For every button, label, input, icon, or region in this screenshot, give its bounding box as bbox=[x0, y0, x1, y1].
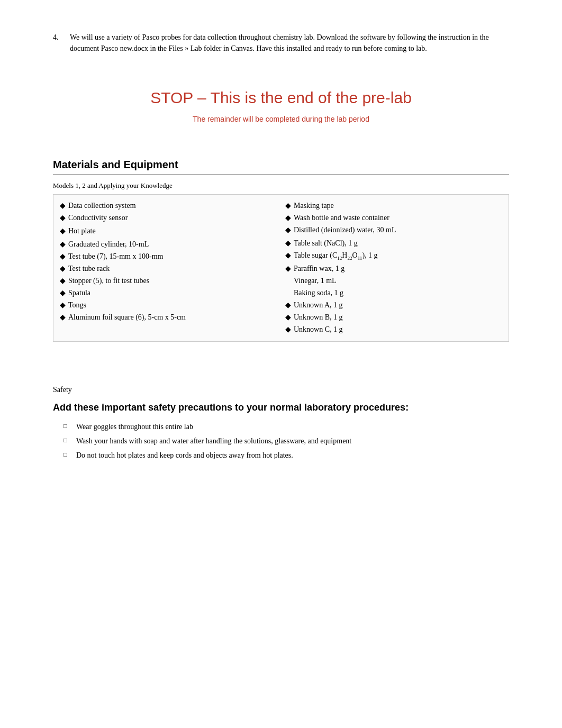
item-4-container: 4. We will use a variety of Pasco probes… bbox=[53, 32, 509, 54]
item-text: Tongs bbox=[68, 299, 86, 311]
list-item: ◆ Aluminum foil square (6), 5-cm x 5-cm bbox=[60, 312, 277, 323]
item-4-text: We will use a variety of Pasco probes fo… bbox=[70, 32, 509, 54]
materials-section: Materials and Equipment Models 1, 2 and … bbox=[53, 157, 509, 342]
safety-item-text: Wear goggles throughout this entire lab bbox=[76, 421, 193, 432]
square-bullet-icon: □ bbox=[64, 435, 71, 447]
list-item: ◆ Table salt (NaCl), 1 g bbox=[285, 238, 502, 249]
materials-col-right: ◆ Masking tape ◆ Wash bottle and waste c… bbox=[281, 198, 506, 338]
list-item: ◆ Paraffin wax, 1 g bbox=[285, 263, 502, 274]
item-text: Unknown A, 1 g bbox=[294, 299, 343, 311]
square-bullet-icon: □ bbox=[64, 421, 71, 432]
item-text: Test tube (7), 15-mm x 100-mm bbox=[68, 251, 163, 262]
list-item: ◆ Graduated cylinder, 10-mL bbox=[60, 239, 277, 250]
bullet-icon: ◆ bbox=[285, 238, 292, 249]
item-text: Table sugar (C12H22O11), 1 g bbox=[294, 250, 378, 262]
safety-list: □ Wear goggles throughout this entire la… bbox=[53, 421, 509, 461]
safety-section: Safety Add these important safety precau… bbox=[53, 384, 509, 461]
list-item: ◆ Conductivity sensor bbox=[60, 212, 277, 223]
safety-item-text: Wash your hands with soap and water afte… bbox=[76, 435, 351, 447]
item-text: Test tube rack bbox=[68, 263, 110, 274]
bullet-icon: ◆ bbox=[60, 275, 66, 286]
item-text: Vinegar, 1 mL bbox=[294, 275, 337, 286]
list-item: ◆ Wash bottle and waste container bbox=[285, 212, 502, 223]
bullet-icon: ◆ bbox=[60, 239, 66, 250]
stop-subtitle: The remainder will be completed during t… bbox=[53, 114, 509, 125]
bullet-icon: ◆ bbox=[285, 324, 292, 335]
safety-item-text: Do not touch hot plates and keep cords a… bbox=[76, 450, 293, 461]
item-text: Paraffin wax, 1 g bbox=[294, 263, 345, 274]
list-item: ◆ Masking tape bbox=[285, 200, 502, 211]
list-item: ◆ Table sugar (C12H22O11), 1 g bbox=[285, 250, 502, 262]
safety-label: Safety bbox=[53, 384, 509, 395]
materials-box: ◆ Data collection system ◆ Conductivity … bbox=[53, 194, 509, 342]
materials-heading: Materials and Equipment bbox=[53, 157, 509, 175]
item-text: Table salt (NaCl), 1 g bbox=[294, 238, 358, 249]
list-item: ◆ Unknown B, 1 g bbox=[285, 312, 502, 323]
list-item: ◆ Spatula bbox=[60, 287, 277, 298]
bullet-icon: ◆ bbox=[285, 224, 292, 235]
item-text: Spatula bbox=[68, 287, 90, 298]
list-item: □ Wear goggles throughout this entire la… bbox=[64, 421, 509, 432]
item-number: 4. bbox=[53, 32, 64, 54]
bullet-icon: ◆ bbox=[60, 225, 66, 236]
list-item: ◆ Tongs bbox=[60, 299, 277, 311]
list-item: ◆ Unknown A, 1 g bbox=[285, 299, 502, 311]
item-text: Graduated cylinder, 10-mL bbox=[68, 239, 149, 250]
bullet-icon: ◆ bbox=[285, 299, 292, 311]
materials-col-left: ◆ Data collection system ◆ Conductivity … bbox=[56, 198, 281, 338]
bullet-icon: ◆ bbox=[285, 250, 292, 262]
item-text: Conductivity sensor bbox=[68, 212, 128, 223]
list-item: ◆ Stopper (5), to fit test tubes bbox=[60, 275, 277, 286]
list-item: □ Do not touch hot plates and keep cords… bbox=[64, 450, 509, 461]
list-item: ◆ Unknown C, 1 g bbox=[285, 324, 502, 335]
bullet-icon: ◆ bbox=[285, 212, 292, 223]
list-item: ◆ Hot plate bbox=[60, 225, 277, 236]
item-text: Masking tape bbox=[294, 200, 334, 211]
list-item: ◆ Test tube (7), 15-mm x 100-mm bbox=[60, 251, 277, 262]
square-bullet-icon: □ bbox=[64, 450, 71, 461]
list-item: ◆ Data collection system bbox=[60, 200, 277, 211]
safety-heading: Add these important safety precautions t… bbox=[53, 401, 509, 415]
item-text: Wash bottle and waste container bbox=[294, 212, 389, 223]
list-item: ◆ Test tube rack bbox=[60, 263, 277, 274]
materials-inner: ◆ Data collection system ◆ Conductivity … bbox=[56, 198, 506, 338]
list-item: ◆ Distilled (deionized) water, 30 mL bbox=[285, 224, 502, 235]
item-text: Unknown B, 1 g bbox=[294, 312, 343, 323]
bullet-icon: ◆ bbox=[285, 200, 292, 211]
item-text: Aluminum foil square (6), 5-cm x 5-cm bbox=[68, 312, 186, 323]
bullet-icon: ◆ bbox=[285, 263, 292, 274]
stop-title: STOP – This is the end of the pre-lab bbox=[53, 86, 509, 110]
bullet-icon: ◆ bbox=[60, 299, 66, 311]
list-item: Baking soda, 1 g bbox=[294, 287, 502, 298]
item-text: Stopper (5), to fit test tubes bbox=[68, 275, 149, 286]
bullet-icon: ◆ bbox=[60, 263, 66, 274]
bullet-icon: ◆ bbox=[60, 251, 66, 262]
item-text: Distilled (deionized) water, 30 mL bbox=[294, 224, 396, 235]
item-text: Hot plate bbox=[68, 225, 96, 236]
bullet-icon: ◆ bbox=[60, 200, 66, 211]
models-label: Models 1, 2 and Applying your Knowledge bbox=[53, 180, 509, 191]
bullet-icon: ◆ bbox=[285, 312, 292, 323]
bullet-icon: ◆ bbox=[60, 212, 66, 223]
list-item: □ Wash your hands with soap and water af… bbox=[64, 435, 509, 447]
item-text: Unknown C, 1 g bbox=[294, 324, 343, 335]
stop-section: STOP – This is the end of the pre-lab Th… bbox=[53, 86, 509, 125]
bullet-icon: ◆ bbox=[60, 287, 66, 298]
list-item: Vinegar, 1 mL bbox=[294, 275, 502, 286]
item-text: Baking soda, 1 g bbox=[294, 287, 343, 298]
bullet-icon: ◆ bbox=[60, 312, 66, 323]
item-text: Data collection system bbox=[68, 200, 136, 211]
